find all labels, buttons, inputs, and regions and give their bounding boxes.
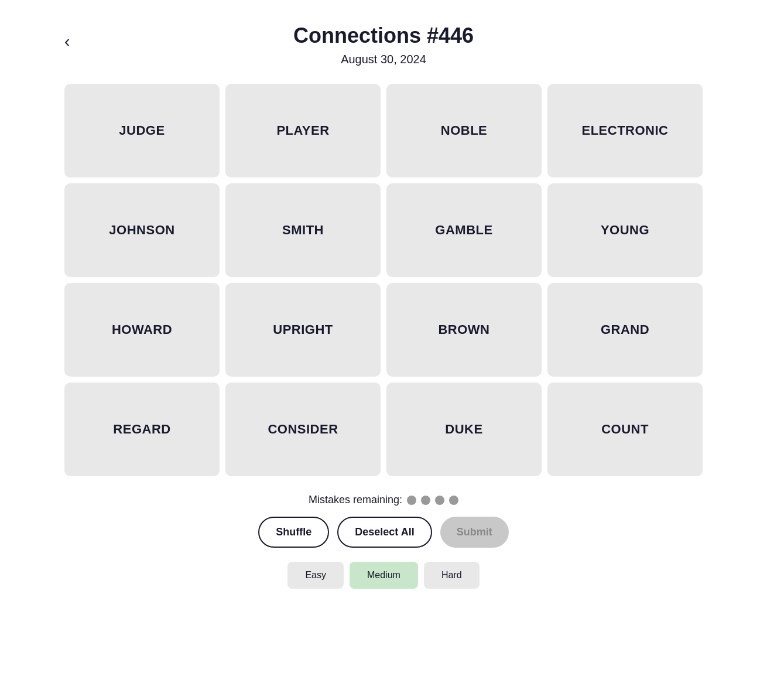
tile-regard[interactable]: REGARD [64,383,220,476]
app-container: ‹ Connections #446 August 30, 2024 JUDGE… [53,0,714,612]
back-button[interactable]: ‹ [64,33,70,50]
tile-grid: JUDGEPLAYERNOBLEELECTRONICJOHNSONSMITHGA… [64,84,703,476]
tile-brown[interactable]: BROWN [386,283,542,377]
mistake-dot-4 [449,496,458,505]
tile-howard[interactable]: HOWARD [64,283,220,377]
tile-smith[interactable]: SMITH [225,183,381,277]
tile-label: HOWARD [112,322,172,337]
tile-electronic[interactable]: ELECTRONIC [547,84,703,177]
difficulty-medium[interactable]: Medium [350,562,418,589]
tile-label: DUKE [445,422,482,437]
tile-young[interactable]: YOUNG [547,183,703,277]
tile-label: REGARD [113,422,170,437]
mistake-dot-2 [421,496,430,505]
deselect-all-button[interactable]: Deselect All [337,517,432,548]
mistake-dot-1 [407,496,416,505]
difficulty-easy[interactable]: Easy [287,562,344,589]
submit-button: Submit [440,517,509,548]
tile-label: CONSIDER [268,422,338,437]
tile-consider[interactable]: CONSIDER [225,383,381,476]
tile-label: GAMBLE [435,223,492,238]
tile-grand[interactable]: GRAND [547,283,703,377]
tile-label: UPRIGHT [273,322,333,337]
tile-label: NOBLE [441,123,488,138]
tile-player[interactable]: PLAYER [225,84,381,177]
tile-label: JUDGE [119,123,165,138]
page-date: August 30, 2024 [64,53,703,66]
tile-label: YOUNG [601,223,649,238]
tile-count[interactable]: COUNT [547,383,703,476]
mistakes-label: Mistakes remaining: [309,494,458,506]
tile-label: BROWN [438,322,489,337]
mistakes-section: Mistakes remaining: [64,494,703,506]
tile-johnson[interactable]: JOHNSON [64,183,220,277]
tile-label: PLAYER [276,123,329,138]
tile-gamble[interactable]: GAMBLE [386,183,542,277]
tile-label: GRAND [601,322,649,337]
page-title: Connections #446 [64,23,703,48]
tile-label: ELECTRONIC [582,123,669,138]
tile-label: COUNT [601,422,649,437]
difficulty-hard[interactable]: Hard [424,562,480,589]
tile-label: SMITH [282,223,324,238]
difficulty-row: EasyMediumHard [64,562,703,589]
mistakes-text: Mistakes remaining: [309,494,402,506]
mistake-dot-3 [435,496,444,505]
tile-noble[interactable]: NOBLE [386,84,542,177]
header: ‹ Connections #446 August 30, 2024 [64,23,703,66]
tile-upright[interactable]: UPRIGHT [225,283,381,377]
action-buttons: Shuffle Deselect All Submit [64,517,703,548]
tile-judge[interactable]: JUDGE [64,84,220,177]
tile-duke[interactable]: DUKE [386,383,542,476]
shuffle-button[interactable]: Shuffle [258,517,329,548]
tile-label: JOHNSON [109,223,174,238]
